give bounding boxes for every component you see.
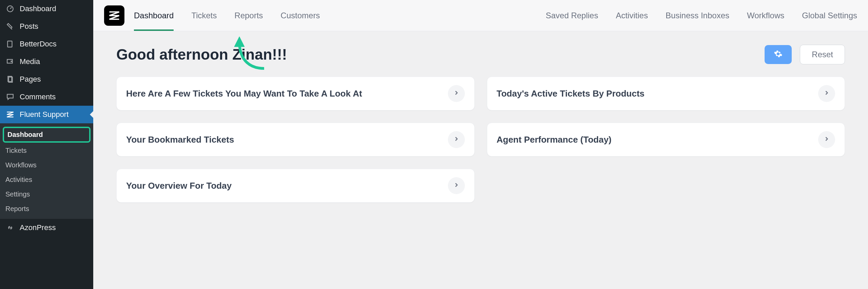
submenu-label: Dashboard [7,131,43,138]
chevron-right-icon [453,136,460,144]
sidebar-item-label: BetterDocs [20,40,57,48]
widget-card-overview-today[interactable]: Your Overview For Today [116,169,475,203]
link-label: Workflows [747,11,784,20]
tab-label: Customers [281,11,320,20]
widget-title: Agent Performance (Today) [497,135,818,145]
svg-rect-1 [7,41,12,47]
sidebar-item-comments[interactable]: Comments [0,88,93,106]
sidebar-item-label: AzonPress [20,223,56,232]
expand-button[interactable] [818,85,835,102]
link-business-inboxes[interactable]: Business Inboxes [666,11,729,20]
widget-title: Today's Active Tickets By Products [497,88,818,99]
sidebar-item-label: Dashboard [20,4,56,13]
expand-button[interactable] [818,131,835,148]
widget-empty-slot [487,169,845,203]
submenu-label: Workflows [5,161,37,169]
content-header: Good afternoon Zinan!!! Reset [116,45,845,64]
dashboard-icon [5,4,15,14]
fluent-icon [5,110,15,119]
gear-icon [774,49,783,60]
media-icon [5,57,15,66]
submenu-label: Settings [5,190,30,198]
widget-title: Here Are A Few Tickets You May Want To T… [126,88,448,99]
tab-dashboard[interactable]: Dashboard [134,0,174,31]
widget-card-agent-performance[interactable]: Agent Performance (Today) [487,123,845,157]
docs-icon [5,39,15,49]
sidebar-item-betterdocs[interactable]: BetterDocs [0,35,93,53]
top-nav-links: Saved Replies Activities Business Inboxe… [546,11,857,20]
submenu-item-tickets[interactable]: Tickets [0,143,93,158]
link-label: Global Settings [802,11,857,20]
link-global-settings[interactable]: Global Settings [802,11,857,20]
sidebar-item-posts[interactable]: Posts [0,18,93,35]
link-label: Saved Replies [546,11,598,20]
pin-icon [5,22,15,31]
submenu-label: Reports [5,205,29,212]
link-workflows[interactable]: Workflows [747,11,784,20]
widget-card-active-by-products[interactable]: Today's Active Tickets By Products [487,77,845,110]
tab-label: Tickets [191,11,217,20]
submenu-item-workflows[interactable]: Workflows [0,158,93,172]
tab-customers[interactable]: Customers [281,0,320,31]
chevron-right-icon [823,89,830,98]
sidebar-item-pages[interactable]: Pages [0,70,93,88]
reset-label: Reset [812,50,833,59]
tab-tickets[interactable]: Tickets [191,0,217,31]
submenu-label: Activities [5,176,32,183]
comments-icon [5,92,15,102]
settings-button[interactable] [765,45,792,64]
sidebar-submenu: Dashboard Tickets Workflows Activities S… [0,123,93,219]
chevron-right-icon [823,136,830,144]
sidebar-item-label: Posts [20,22,38,31]
sidebar-item-label: Pages [20,75,41,84]
widget-card-bookmarked[interactable]: Your Bookmarked Tickets [116,123,475,157]
widget-title: Your Overview For Today [126,181,448,191]
main-panel: Dashboard Tickets Reports Customers Save… [93,0,868,289]
top-nav-tabs: Dashboard Tickets Reports Customers [134,0,320,31]
link-icon [5,223,15,232]
submenu-item-dashboard[interactable]: Dashboard [3,127,91,143]
link-activities[interactable]: Activities [616,11,648,20]
link-saved-replies[interactable]: Saved Replies [546,11,598,20]
tab-reports[interactable]: Reports [235,0,263,31]
submenu-item-settings[interactable]: Settings [0,187,93,202]
chevron-right-icon [453,182,460,190]
pages-icon [5,75,15,84]
sidebar-item-label: Comments [20,92,56,101]
sidebar-item-label: Fluent Support [20,110,68,119]
top-nav: Dashboard Tickets Reports Customers Save… [93,0,868,31]
reset-button[interactable]: Reset [800,45,845,64]
tab-label: Reports [235,11,263,20]
expand-button[interactable] [448,131,465,148]
link-label: Activities [616,11,648,20]
sidebar-item-label: Media [20,57,40,66]
widget-title: Your Bookmarked Tickets [126,135,448,145]
link-label: Business Inboxes [666,11,729,20]
sidebar-item-media[interactable]: Media [0,53,93,70]
sidebar-item-azonpress[interactable]: AzonPress [0,219,93,236]
submenu-label: Tickets [5,147,27,154]
widget-grid: Here Are A Few Tickets You May Want To T… [116,77,845,203]
chevron-right-icon [453,89,460,98]
widget-card-few-tickets[interactable]: Here Are A Few Tickets You May Want To T… [116,77,475,110]
sidebar-item-fluent-support[interactable]: Fluent Support [0,106,93,123]
submenu-item-activities[interactable]: Activities [0,172,93,187]
svg-point-3 [11,61,12,62]
submenu-item-reports[interactable]: Reports [0,202,93,216]
sidebar-item-dashboard[interactable]: Dashboard [0,0,93,18]
content-area: Good afternoon Zinan!!! Reset Here Are A… [93,31,868,216]
expand-button[interactable] [448,177,465,194]
tab-label: Dashboard [134,11,174,20]
expand-button[interactable] [448,85,465,102]
greeting-title: Good afternoon Zinan!!! [116,46,287,63]
wp-admin-sidebar: Dashboard Posts BetterDocs Media Pages C… [0,0,93,289]
brand-logo[interactable] [104,5,124,26]
